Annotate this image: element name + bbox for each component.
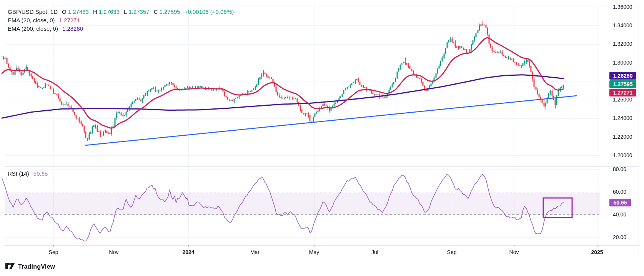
time-tick-label: 2025 [591, 249, 603, 255]
close-value: 1.27595 [159, 8, 180, 16]
tradingview-logo-text: TradingView [18, 263, 55, 270]
price-tick-label: 1.34000 [613, 22, 632, 28]
rsi-tick-label: 40.00 [613, 211, 626, 218]
time-tick-label: 2024 [182, 249, 194, 255]
close-label: C [154, 8, 158, 16]
price-axis-badge: 1.28280 [609, 72, 636, 80]
open-label: O [62, 8, 67, 16]
rsi-value: 50.65 [33, 170, 48, 177]
time-tick-label: May [309, 249, 319, 255]
symbol-title: GBP/USD Spot, 1D [8, 8, 58, 16]
high-value: 1.27633 [99, 8, 120, 16]
rsi-tick-label: 80.00 [613, 166, 626, 172]
price-axis-badge: 1.27271 [609, 89, 636, 96]
time-tick-label: Sep [49, 249, 58, 255]
time-tick-label: Sep [447, 249, 457, 255]
open-value: 1.27483 [68, 8, 89, 16]
ema20-label: EMA (20, close, 0) [8, 16, 55, 25]
rsi-axis-badge: 50.65 [609, 199, 631, 206]
price-axis-badge: 1.27595 [609, 80, 636, 88]
tradingview-chart: GBP/USD Spot, 1D O1.27483 H1.27633 L1.27… [0, 0, 644, 276]
tradingview-logo-icon [5, 263, 15, 271]
low-label: L [124, 8, 127, 16]
rsi-legend-row[interactable]: RSI (14) 50.65 [8, 170, 49, 177]
ema200-value: 1.28280 [62, 25, 83, 33]
price-tick-label: 1.32000 [613, 41, 632, 47]
ema20-value: 1.27271 [59, 16, 80, 25]
time-tick-label: Nov [509, 249, 519, 255]
price-tick-label: 1.26000 [613, 96, 632, 103]
ema20-legend-row[interactable]: EMA (20, close, 0) 1.27271 [8, 16, 235, 25]
symbol-legend-row[interactable]: GBP/USD Spot, 1D O1.27483 H1.27633 L1.27… [8, 8, 235, 16]
change-value: +0.00106 (+0.08%) [185, 8, 234, 16]
time-tick-label: Nov [109, 249, 119, 255]
ema200-label: EMA (200, close, 0) [8, 25, 58, 33]
price-tick-label: 1.24000 [613, 115, 632, 121]
price-tick-label: 1.36000 [613, 4, 632, 10]
rsi-tick-label: 20.00 [613, 234, 626, 240]
price-tick-label: 1.20000 [613, 152, 632, 158]
price-tick-label: 1.22000 [613, 134, 632, 140]
time-tick-label: Jul [371, 249, 378, 255]
chart-canvas[interactable] [0, 0, 644, 276]
rsi-tick-label: 60.00 [613, 189, 626, 195]
chart-legend: GBP/USD Spot, 1D O1.27483 H1.27633 L1.27… [8, 8, 235, 33]
low-value: 1.27357 [128, 8, 149, 16]
price-tick-label: 1.30000 [613, 60, 632, 66]
high-label: H [93, 8, 97, 16]
rsi-label: RSI (14) [8, 170, 29, 177]
ema200-legend-row[interactable]: EMA (200, close, 0) 1.28280 [8, 25, 235, 33]
tradingview-logo[interactable]: TradingView [5, 263, 55, 271]
time-tick-label: Mar [250, 249, 260, 255]
